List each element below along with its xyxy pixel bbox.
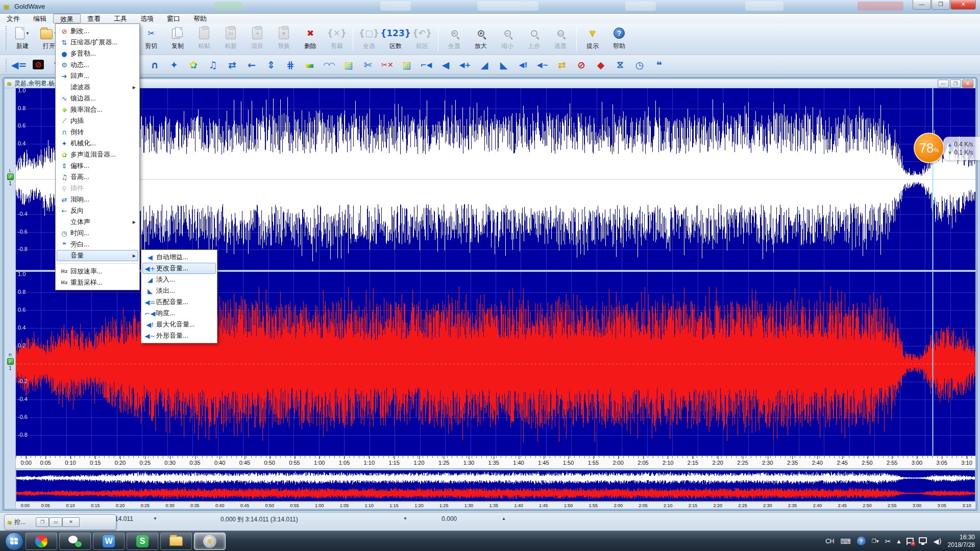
toolbar-button-全显[interactable]: ✕全显 (441, 23, 468, 53)
channel-enabled-check-icon[interactable]: ✓ (7, 358, 14, 365)
menu-窗口[interactable]: 窗口 (160, 14, 187, 23)
effects-menu-item-机械化[interactable]: ✦机械化... (57, 138, 138, 149)
volume-icon[interactable]: ◀) (933, 537, 941, 545)
effects-menu-item-镶边器[interactable]: ∿镶边器... (57, 93, 138, 104)
menu-文件[interactable]: 文件 (0, 14, 27, 23)
stereo-pan-icon[interactable]: ▬ (300, 57, 320, 73)
effects-menu-item-音高[interactable]: ♫音高... (57, 171, 138, 183)
language-indicator[interactable]: CH (825, 538, 834, 545)
toolbar-button-删除[interactable]: ✖删除 (297, 23, 324, 53)
toolbar-button-提示[interactable]: ▼提示 (579, 23, 606, 53)
effects-menu-item-压缩器/扩展器[interactable]: ⇅压缩器/扩展器... (57, 37, 138, 48)
scissors-tray-icon[interactable]: ✂ (885, 537, 891, 545)
toolbar-button-新建[interactable]: ▼新建 (9, 23, 36, 53)
start-button[interactable] (5, 532, 23, 550)
restore-button[interactable]: ❐ (932, 0, 950, 10)
effects-menu-item-音量[interactable]: 音量▶ (57, 250, 138, 261)
minimized-control-window[interactable]: ≋ 控... ❐ ▭ ✕ (4, 514, 116, 530)
fade-in-icon[interactable]: ◢ (475, 57, 494, 73)
effects-menu-item-删改[interactable]: ⊘删改... (57, 26, 138, 37)
multichannel-mixer-icon[interactable]: ✿ (184, 57, 203, 73)
taskbar-app-goldwave[interactable]: ≋ (194, 533, 226, 550)
effects-menu-item-混响[interactable]: ⇄混响... (57, 194, 138, 205)
narration-icon[interactable]: ❝ (649, 57, 669, 73)
match-volume-icon[interactable]: ◀= (9, 57, 29, 73)
toolbar-button-粘贴[interactable]: 粘贴 (191, 23, 217, 53)
volume-menu-item-更改音量[interactable]: ◀+更改音量... (142, 263, 216, 274)
minwin-restore-button[interactable]: ❐ (36, 517, 49, 527)
effects-menu-item-时间[interactable]: ◷时间... (57, 228, 138, 239)
effects-menu-item-多普勒[interactable]: ●多普勒... (57, 48, 138, 59)
effects-menu-item-插件[interactable]: ⚲插件 (57, 183, 138, 194)
toolbar-button-帮助[interactable]: ?帮助 (606, 23, 632, 53)
toolbar-button-上步[interactable]: 上步 (521, 23, 547, 53)
volume-menu-item-淡入[interactable]: ◢淡入... (142, 274, 216, 285)
minwin-close-button[interactable]: ✕ (62, 517, 80, 527)
doc-close-button[interactable]: ✕ (962, 80, 973, 88)
effects-menu-item-反向[interactable]: ←反向 (57, 205, 138, 216)
volume-menu-item-最大化音量[interactable]: ◀!最大化音量... (142, 319, 216, 330)
smoother-icon[interactable]: ◆ (591, 57, 610, 73)
toolbar-button-放大[interactable]: ＋放大 (468, 23, 494, 53)
overview-left-waveform[interactable] (16, 470, 975, 486)
toolbar-button-混音[interactable]: ＋混音 (244, 23, 271, 53)
menu-效果[interactable]: 效果 (53, 14, 81, 23)
toolbar-button-全选[interactable]: {▢}全选 (356, 23, 382, 53)
effects-menu-item-动态[interactable]: ⚙动态... (57, 59, 138, 70)
selection-range-field[interactable]: 0.000 到 3:14.011 (3:14.011) (220, 515, 298, 524)
volume-menu-item-自动增益[interactable]: ◀自动增益... (142, 252, 216, 263)
hall-icon[interactable]: ◠◠ (320, 57, 339, 73)
memory-usage-badge[interactable]: 78 % (914, 133, 944, 163)
minwin-maximize-button[interactable]: ▭ (49, 517, 62, 527)
volume-menu-item-淡出[interactable]: ◣淡出... (142, 285, 216, 296)
toolbar-button-剪裁[interactable]: {✕}剪裁 (324, 23, 350, 53)
volume-menu-item-匹配音量[interactable]: ◀=匹配音量... (142, 296, 216, 308)
effects-menu-item-回声[interactable]: ➔回声... (57, 70, 138, 82)
toolbar-button-剪切[interactable]: ✂剪切 (138, 23, 164, 53)
position-field[interactable]: 0.000 (442, 515, 457, 522)
effects-menu-item-频率混合[interactable]: ❖频率混合... (57, 104, 138, 115)
effects-menu-item-倒转[interactable]: ∩倒转 (57, 127, 138, 138)
show-hidden-icons-arrow[interactable]: ▲ (897, 539, 900, 544)
taskbar-app-wps-writer[interactable]: W (93, 533, 125, 550)
pitch-icon[interactable]: ♫ (203, 57, 223, 73)
pitch-time-icon[interactable]: ⧖ (610, 57, 630, 73)
volume-menu-item-响度[interactable]: ⌐◀响度... (142, 308, 216, 319)
menu-查看[interactable]: 查看 (81, 14, 107, 23)
menu-选项[interactable]: 选项 (134, 14, 160, 23)
effects-menu-item-重新采样[interactable]: Hz重新采样... (57, 277, 138, 288)
doc-minimize-button[interactable]: — (938, 80, 949, 88)
document-title-bar[interactable]: ≋ 灵超,余明君,杨 — ❐ ✕ (5, 79, 975, 88)
overview-right-waveform[interactable] (16, 486, 975, 501)
length-dropdown[interactable]: ▼ (153, 516, 157, 521)
auto-gain-icon[interactable]: ◀ (436, 57, 455, 73)
reverse-icon[interactable]: ← (242, 57, 261, 73)
volume-menu-item-外形音量[interactable]: ◀~外形音量... (142, 330, 216, 341)
action-center-flag-icon[interactable] (906, 538, 913, 545)
toolbar-button-区数[interactable]: {123}区数 (382, 23, 409, 53)
resample-icon[interactable]: ⊘ (572, 57, 591, 73)
effects-menu-item-旁白[interactable]: ❝旁白... (57, 239, 138, 250)
position-dropdown[interactable]: ▲ (502, 516, 506, 521)
taskbar-app-app-s[interactable]: S (127, 533, 158, 550)
close-button[interactable]: ✕ (950, 0, 976, 10)
maximize-volume-icon[interactable]: ◀! (513, 57, 533, 73)
menu-工具[interactable]: 工具 (107, 14, 134, 23)
toolbar-button-选显[interactable]: ▭选显 (547, 23, 574, 53)
toolbar-button-缩小[interactable]: −缩小 (494, 23, 521, 53)
clock[interactable]: 16:30 2018/7/28 (948, 534, 975, 549)
effects-menu-item-偏移[interactable]: ⇕偏移... (57, 160, 138, 171)
channel-toggle-R[interactable]: R✓1 (6, 353, 15, 371)
dropdown-arrow-icon[interactable]: ▼ (26, 31, 30, 36)
overview-pane[interactable] (16, 470, 975, 502)
playback-rate-icon[interactable]: ⇄ (552, 57, 572, 73)
fade-out-icon[interactable]: ◣ (494, 57, 513, 73)
menu-编辑[interactable]: 编辑 (27, 14, 53, 23)
toolbar-button-粘新[interactable]: ▭粘新 (217, 23, 244, 53)
invert-icon[interactable]: ∩ (145, 57, 164, 73)
time-icon[interactable]: ◷ (630, 57, 649, 73)
mechanize-icon[interactable]: ✦ (164, 57, 184, 73)
toolbar-button-替换[interactable]: ✕替换 (271, 23, 297, 53)
stereo-box-icon[interactable]: ▥ (397, 57, 416, 73)
time-axis-ruler[interactable]: 0:000:050:100:150:200:250:300:350:400:45… (16, 456, 975, 469)
